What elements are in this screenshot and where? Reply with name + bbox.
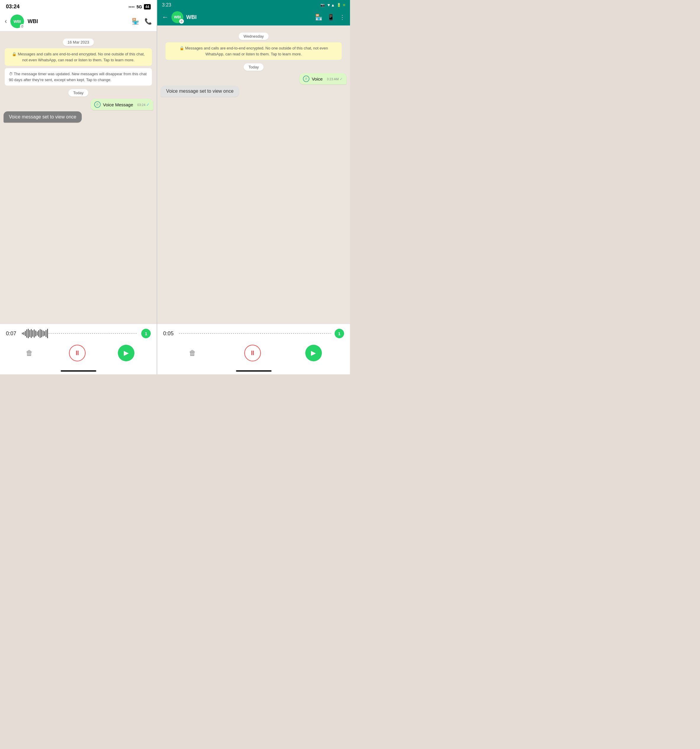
message-time-right: 3:23 AM ✓	[327, 77, 343, 81]
view-once-icon-right: ⏱	[303, 75, 309, 82]
checkmark-icon-right: ✓	[339, 77, 343, 81]
count-badge-right: 1	[335, 329, 344, 338]
contact-name-right[interactable]: WBI	[186, 14, 312, 20]
chat-area-left: 16 Mar 2023 🔒 Messages and calls are end…	[0, 31, 157, 324]
top-bar-left: ‹ WBI ⏱ WBI 🏪 📞	[0, 12, 157, 31]
phone-add-icon-right[interactable]: 📱	[327, 14, 335, 21]
view-once-icon: ⏱	[94, 101, 101, 108]
avatar: WBI ⏱	[11, 15, 24, 28]
encryption-notice[interactable]: 🔒 Messages and calls are end-to-end encr…	[5, 48, 152, 66]
home-indicator-left	[0, 367, 157, 374]
more-options-icon[interactable]: ⋮	[339, 14, 345, 21]
checkmark-icon: ✓	[146, 102, 150, 107]
message-time: 03:24 ✓	[138, 102, 150, 107]
date-marker: 16 Mar 2023	[3, 38, 153, 46]
pause-button-left[interactable]: ⏸	[69, 345, 86, 361]
waveform-dots-right	[179, 333, 331, 334]
timer-badge-icon: ⏱	[20, 24, 24, 29]
recording-actions-right: 🗑 ⏸ ▶	[157, 342, 350, 367]
status-icons-right: 📷 ▼▲ 🔋	[320, 3, 345, 8]
top-bar-icons: 🏪 📞	[132, 18, 152, 25]
sent-bubble-right[interactable]: ⏱ Voice 3:23 AM ✓	[300, 73, 347, 84]
contact-name[interactable]: WBI	[28, 18, 128, 24]
wednesday-marker: Wednesday	[161, 32, 347, 40]
received-message-row: Voice message set to view once	[3, 112, 153, 122]
top-bar-right: ← WBI ⏱ WBI 🏪 📱 ⋮	[157, 9, 350, 26]
sent-message-row-right: ⏱ Voice 3:23 AM ✓	[161, 73, 347, 84]
battery-icon-right: 🔋	[337, 3, 341, 7]
today-marker: Today	[3, 89, 153, 96]
recording-actions-left: 🗑 ⏸ ▶	[0, 342, 157, 367]
waveform-dots-left	[49, 333, 138, 334]
wifi-icon: ▼▲	[327, 3, 335, 8]
battery-icon: 44	[144, 4, 151, 9]
status-icons-right: ▪▪▪▪ 5G 44	[128, 4, 151, 9]
dot-indicator	[343, 4, 345, 6]
send-button-left[interactable]: ▶	[118, 345, 134, 361]
waveform-left	[22, 328, 138, 339]
status-bar-right: 3:23 📷 ▼▲ 🔋	[157, 0, 350, 9]
waveform-right	[179, 328, 331, 339]
encryption-notice-right[interactable]: 🔒 Messages and calls are end-to-end encr…	[165, 42, 342, 60]
delete-button-left[interactable]: 🗑	[22, 346, 37, 360]
timer-notice[interactable]: ⏱ The message timer was updated. New mes…	[5, 68, 152, 86]
today-marker-right: Today	[161, 63, 347, 71]
signal-icon: ▪▪▪▪	[128, 5, 135, 9]
avatar-right: WBI ⏱	[171, 11, 183, 23]
sent-bubble[interactable]: ⏱ Voice Message 03:24 ✓	[91, 99, 153, 110]
timer-badge-icon-right: ⏱	[179, 19, 184, 24]
network-type: 5G	[136, 5, 142, 9]
received-bubble-right[interactable]: Voice message set to view once	[161, 86, 239, 97]
back-button-right[interactable]: ←	[162, 13, 168, 21]
home-bar-right	[236, 370, 272, 372]
status-time-right: 3:23	[162, 2, 171, 8]
send-button-right[interactable]: ▶	[305, 345, 322, 361]
store-icon[interactable]: 🏪	[132, 18, 139, 25]
home-indicator-right	[157, 367, 350, 374]
phone-icon[interactable]: 📞	[145, 18, 152, 25]
status-bar-left: 03:24 ▪▪▪▪ 5G 44	[0, 0, 157, 12]
recording-time-right: 0:05	[163, 330, 176, 337]
count-badge-left: 1	[141, 329, 151, 338]
status-time-left: 03:24	[6, 3, 20, 10]
sent-message-row: ⏱ Voice Message 03:24 ✓	[3, 99, 153, 110]
camera-icon: 📷	[320, 3, 325, 7]
recording-bar-left: 0:07	[0, 324, 157, 342]
delete-button-right[interactable]: 🗑	[185, 346, 200, 360]
top-bar-icons-right: 🏪 📱 ⋮	[315, 14, 345, 21]
received-message-row-right: Voice message set to view once	[161, 86, 347, 97]
recording-bar-right: 0:05 1	[157, 324, 350, 342]
home-bar-left	[61, 370, 96, 372]
store-icon-right[interactable]: 🏪	[315, 14, 322, 21]
received-bubble[interactable]: Voice message set to view once	[3, 112, 82, 122]
chat-area-right: Wednesday 🔒 Messages and calls are end-t…	[157, 26, 350, 324]
back-button[interactable]: ‹	[5, 17, 7, 25]
recording-time-left: 0:07	[6, 330, 18, 337]
pause-button-right[interactable]: ⏸	[244, 345, 261, 361]
